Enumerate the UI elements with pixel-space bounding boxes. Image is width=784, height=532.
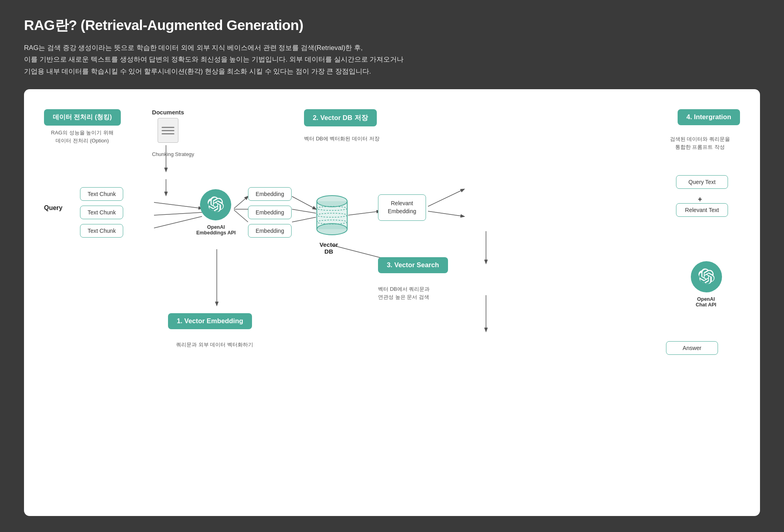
- svg-line-2: [154, 202, 202, 208]
- diagram-inner: 데이터 전처리 (청킹) RAG의 성능을 높이기 위해 데이터 전처리 (Op…: [44, 109, 740, 421]
- doc-line-1: [162, 127, 174, 128]
- relevant-embedding-label: RelevantEmbedding: [378, 194, 426, 220]
- query-text-box: Query Text: [676, 175, 728, 189]
- doc-line-2: [162, 130, 174, 131]
- svg-point-22: [317, 224, 347, 235]
- vector-embedding-badge: 1. Vector Embedding: [168, 313, 252, 329]
- embedding-2: Embedding: [248, 206, 292, 219]
- page-title: RAG란? (Retrieval-Augmented Generation): [24, 16, 760, 35]
- data-processing-section: 데이터 전처리 (청킹) RAG의 성능을 높이기 위해 데이터 전처리 (Op…: [44, 109, 121, 144]
- documents-icon: [158, 118, 178, 143]
- svg-line-5: [234, 196, 248, 208]
- openai-embeddings-label: OpenAI Embeddings API: [194, 224, 238, 236]
- svg-line-3: [154, 212, 202, 215]
- svg-line-7: [234, 210, 248, 222]
- embedding-1: Embedding: [248, 187, 292, 201]
- vector-db-label: VectorDB: [313, 241, 345, 255]
- integration-desc: 검색된 데이터와 쿼리문을 통합한 프롬프트 작성: [660, 135, 740, 151]
- text-chunks-group: Text Chunk Text Chunk Text Chunk: [80, 187, 123, 238]
- documents-label: Documents: [152, 109, 184, 116]
- plus-sign: +: [698, 195, 702, 204]
- chunking-label: Chunking Strategy: [152, 151, 194, 157]
- header-section: RAG란? (Retrieval-Augmented Generation) R…: [24, 16, 760, 77]
- embeddings-group: Embedding Embedding Embedding: [248, 187, 292, 238]
- text-chunk-1: Text Chunk: [80, 187, 123, 201]
- text-chunk-3: Text Chunk: [80, 224, 123, 238]
- vector-db-desc: 벡터 DB에 벡터화된 데이터 저장: [304, 135, 380, 142]
- svg-line-10: [292, 217, 316, 222]
- answer-box: Answer: [666, 341, 718, 355]
- doc-line-3: [162, 133, 174, 134]
- data-processing-badge: 데이터 전처리 (청킹): [44, 109, 121, 126]
- vector-search-desc: 벡터 DB에서 쿼리문과 연관성 높은 문서 검색: [378, 285, 430, 301]
- integration-badge: 4. Intergration: [678, 109, 740, 125]
- chat-api-label: OpenAI Chat API: [684, 296, 728, 308]
- embedding-3: Embedding: [248, 224, 292, 238]
- query-label: Query: [44, 204, 62, 212]
- vector-embedding-desc: 쿼리문과 외부 데이터 벡터화하기: [176, 341, 253, 348]
- diagram-container: 데이터 전처리 (청킹) RAG의 성능을 높이기 위해 데이터 전처리 (Op…: [24, 89, 760, 516]
- integration-section: 4. Intergration: [678, 109, 740, 125]
- relevant-text-box: Relevant Text: [676, 203, 728, 217]
- svg-line-11: [348, 211, 380, 215]
- relevant-embedding-box: RelevantEmbedding: [378, 194, 426, 220]
- description: RAG는 검색 증강 생성이라는 뜻으로 학습한 데이터 외에 외부 지식 베이…: [24, 42, 760, 77]
- openai-chat-icon: [691, 261, 722, 292]
- openai-embeddings-icon: [200, 189, 231, 220]
- svg-line-12: [428, 189, 464, 206]
- text-chunk-2: Text Chunk: [80, 206, 123, 219]
- svg-line-9: [292, 209, 316, 213]
- documents-section: Documents: [152, 109, 184, 143]
- vector-db-icon: [316, 193, 348, 239]
- vector-search-badge: 3. Vector Search: [378, 257, 448, 273]
- svg-line-13: [428, 211, 464, 216]
- svg-line-8: [292, 196, 316, 209]
- vector-db-badge: 2. Vector DB 저장: [304, 109, 377, 126]
- chunking-area: Chunking Strategy: [152, 151, 194, 159]
- data-processing-desc: RAG의 성능을 높이기 위해 데이터 전처리 (Option): [44, 129, 121, 144]
